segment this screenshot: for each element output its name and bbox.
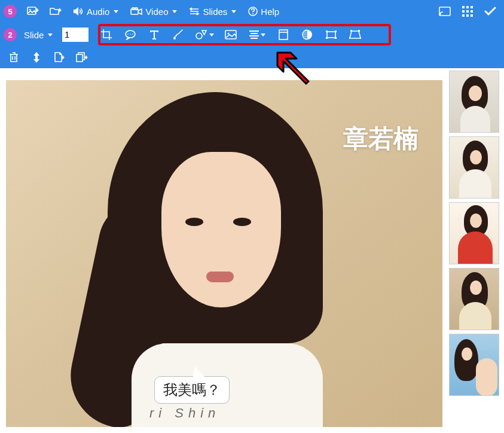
svg-rect-12 (462, 10, 465, 13)
svg-rect-30 (326, 37, 328, 39)
thumbnail-5[interactable] (449, 334, 499, 396)
thumbnail-1[interactable] (449, 71, 499, 133)
slide-label: Slide (24, 30, 44, 40)
brush-icon (173, 29, 184, 40)
signature-text: ri Shin (149, 405, 220, 421)
title-overlay[interactable]: 章若楠 (343, 122, 419, 155)
shapes-tool[interactable] (190, 26, 219, 44)
help-icon (248, 7, 258, 16)
caret-icon (114, 10, 118, 13)
svg-rect-16 (466, 14, 469, 17)
cast-button[interactable] (435, 2, 455, 20)
help-label: Help (261, 7, 279, 17)
svg-rect-26 (279, 30, 288, 39)
badge-total: 5 (4, 5, 17, 18)
transform-tool[interactable] (319, 26, 343, 44)
canvas-area[interactable]: 章若楠 我美嗎？ ri Shin (0, 68, 447, 433)
help-menu[interactable]: Help (243, 4, 284, 19)
thumbnail-3[interactable] (449, 202, 499, 264)
done-button[interactable] (480, 2, 500, 20)
page-plus-icon (54, 52, 65, 63)
video-icon (130, 7, 142, 16)
transform-icon (325, 30, 337, 39)
tool-row (94, 26, 367, 44)
thumbnail-4[interactable] (449, 268, 499, 330)
slides-menu[interactable]: Slides (184, 4, 241, 19)
svg-point-6 (252, 13, 253, 14)
border-icon (279, 29, 288, 40)
align-tool[interactable] (243, 26, 271, 44)
audio-label: Audio (87, 7, 109, 17)
text-tool[interactable] (142, 26, 166, 44)
svg-point-20 (130, 33, 132, 35)
filter-icon (302, 29, 313, 40)
svg-rect-32 (350, 30, 352, 32)
slide-dropdown[interactable]: Slide (23, 28, 57, 42)
slide-number-input[interactable] (62, 28, 88, 42)
duplicate-button[interactable] (72, 48, 92, 66)
delete-button[interactable] (4, 48, 24, 66)
caret-icon (48, 33, 53, 36)
svg-rect-11 (471, 6, 473, 8)
svg-rect-29 (335, 31, 337, 32)
svg-point-23 (196, 33, 202, 39)
badge-current: 2 (4, 28, 17, 41)
caret-icon (261, 33, 265, 36)
image-tool[interactable] (219, 26, 243, 44)
svg-rect-7 (439, 7, 450, 16)
svg-rect-35 (360, 37, 361, 39)
align-icon (249, 31, 259, 39)
copy-plus-icon (76, 52, 88, 63)
border-tool[interactable] (271, 26, 295, 44)
svg-point-8 (439, 14, 441, 16)
annotation-arrow (269, 47, 317, 94)
slides-label: Slides (203, 7, 227, 17)
audio-menu[interactable]: Audio (68, 4, 123, 19)
edit-toolbar: 2 Slide (0, 23, 504, 47)
svg-rect-27 (327, 32, 335, 38)
speech-icon (124, 29, 136, 40)
svg-rect-17 (471, 14, 473, 17)
grid-button[interactable] (457, 2, 478, 20)
draw-tool[interactable] (166, 26, 190, 44)
speech-bubble[interactable]: 我美嗎？ (154, 376, 230, 404)
thumbnail-strip (447, 68, 504, 433)
new-page-button[interactable] (49, 48, 69, 66)
updown-icon (33, 52, 40, 63)
svg-rect-33 (358, 30, 360, 32)
svg-rect-9 (462, 6, 465, 8)
svg-rect-14 (471, 10, 473, 13)
svg-rect-13 (466, 10, 469, 13)
svg-rect-34 (349, 37, 350, 39)
caret-icon (231, 10, 236, 13)
reorder-button[interactable] (26, 48, 47, 66)
shapes-icon (196, 29, 207, 40)
thumbnail-2[interactable] (449, 136, 499, 199)
slides-icon (189, 7, 200, 16)
video-label: Video (145, 7, 168, 17)
perspective-tool[interactable] (343, 26, 367, 44)
main-toolbar: 5 Audio Video Slides Help (0, 0, 504, 23)
action-toolbar (0, 47, 504, 68)
speech-bubble-tool[interactable] (118, 26, 142, 44)
svg-point-1 (29, 9, 31, 11)
svg-rect-15 (462, 14, 465, 17)
add-image-button[interactable] (23, 2, 43, 20)
filter-tool[interactable] (295, 26, 319, 44)
crop-icon (101, 29, 112, 40)
trash-icon (9, 52, 19, 63)
main-slide-image[interactable]: 章若楠 我美嗎？ ri Shin (6, 80, 442, 427)
svg-rect-31 (335, 37, 337, 39)
text-icon (149, 30, 159, 39)
caret-icon (209, 33, 214, 36)
video-menu[interactable]: Video (126, 4, 182, 19)
caret-icon (172, 10, 177, 13)
perspective-icon (349, 30, 361, 39)
svg-rect-10 (466, 6, 469, 8)
crop-tool[interactable] (94, 26, 118, 44)
svg-rect-36 (77, 54, 83, 62)
svg-point-19 (128, 33, 129, 35)
svg-point-22 (173, 37, 176, 39)
svg-point-25 (228, 33, 230, 35)
add-folder-button[interactable] (45, 2, 66, 20)
